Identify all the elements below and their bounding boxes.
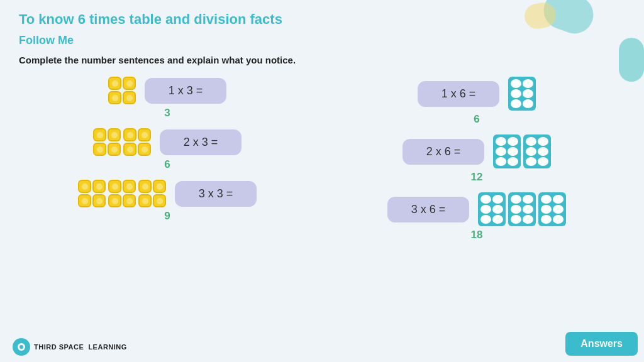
- domino-dot: [553, 215, 564, 224]
- left-column: 1 x 3 = 3: [19, 77, 316, 241]
- domino-dot: [508, 137, 518, 146]
- answer-3x6: 18: [471, 229, 483, 241]
- instruction-text: Complete the number sentences and explai…: [19, 55, 625, 65]
- cube-cell: [123, 128, 136, 141]
- domino-dot: [523, 89, 533, 98]
- follow-me-label[interactable]: Follow Me: [19, 34, 625, 47]
- domino-dot: [541, 205, 552, 214]
- cube-cell: [108, 91, 121, 104]
- domino-dot: [511, 89, 521, 98]
- domino-tile-3b: [508, 192, 536, 226]
- domino-tile-3c: [538, 192, 566, 226]
- domino-dot: [511, 79, 521, 88]
- cube-cell: [153, 194, 166, 207]
- cube-cell: [153, 180, 166, 193]
- domino-dot: [511, 215, 521, 224]
- footer-brand-text: THIRD SPACE LEARNING: [34, 343, 127, 351]
- footer-brand-name: THIRD SPACE: [34, 343, 84, 351]
- cube-group-2b: [123, 128, 151, 156]
- footer-brand-suffix: LEARNING: [88, 343, 126, 351]
- cube-cell: [108, 77, 121, 90]
- domino-dot: [492, 195, 503, 204]
- cubes-1: [108, 77, 136, 104]
- answers-button[interactable]: Answers: [565, 332, 638, 356]
- domino-dot: [523, 99, 533, 108]
- domino-dot: [511, 99, 521, 108]
- equation-box-3x3: 3 x 3 =: [175, 181, 257, 207]
- equation-box-2x6: 2 x 6 =: [402, 139, 484, 165]
- domino-dot: [526, 137, 536, 146]
- domino-dot: [480, 215, 491, 224]
- right-column: 1 x 6 = 6: [328, 77, 625, 241]
- domino-dot: [526, 157, 536, 166]
- equation-row-2x6: 2 x 6 =: [328, 134, 625, 184]
- cube-cell: [123, 180, 136, 193]
- equation-row-1x3: 1 x 3 = 3: [19, 77, 316, 119]
- cube-group-3b: [108, 180, 136, 207]
- cube-cell: [78, 180, 91, 193]
- domino-dot: [553, 195, 564, 204]
- equation-row-1x6: 1 x 6 = 6: [328, 77, 625, 126]
- cube-cell: [92, 194, 106, 207]
- domino-dot: [496, 147, 506, 156]
- cube-cell: [123, 77, 136, 90]
- domino-dot: [538, 157, 548, 166]
- cubes-2: [93, 128, 151, 156]
- domino-3x6: [478, 192, 566, 226]
- domino-dot: [541, 195, 552, 204]
- cube-group-3c: [138, 180, 166, 207]
- domino-tile-1: [508, 77, 536, 111]
- cube-cell: [123, 194, 136, 207]
- domino-dot: [523, 215, 533, 224]
- domino-dot: [523, 195, 533, 204]
- domino-dot: [496, 137, 506, 146]
- cube-cell: [108, 143, 121, 156]
- cube-cell: [78, 194, 91, 207]
- rocket-icon: [16, 342, 26, 352]
- cube-cell: [138, 128, 151, 141]
- answer-1x6: 6: [474, 113, 479, 126]
- equation-row-2x3: 2 x 3 = 6: [19, 128, 316, 171]
- answer-3x3: 9: [164, 210, 170, 222]
- equation-box-2x3: 2 x 3 =: [160, 129, 242, 155]
- cube-group-2a: [93, 128, 121, 156]
- cube-cell: [93, 128, 106, 141]
- logo: THIRD SPACE LEARNING: [13, 338, 127, 356]
- svg-point-1: [19, 345, 23, 349]
- domino-dot: [492, 205, 503, 214]
- blob-teal-right: [619, 38, 644, 82]
- cube-cell: [123, 143, 136, 156]
- domino-dot: [496, 157, 506, 166]
- equation-row-3x6: 3 x 6 =: [328, 192, 625, 241]
- equation-box-1x3: 1 x 3 =: [145, 78, 226, 104]
- domino-dot: [523, 79, 533, 88]
- equation-row-3x3: 3 x 3 = 9: [19, 180, 316, 222]
- cube-cell: [108, 194, 121, 207]
- domino-dot: [526, 147, 536, 156]
- cube-cell: [108, 128, 121, 141]
- equation-box-3x6: 3 x 6 =: [387, 197, 469, 222]
- cube-cell: [108, 180, 121, 193]
- domino-dot: [523, 205, 533, 214]
- domino-dot: [480, 205, 491, 214]
- domino-dot: [492, 215, 503, 224]
- domino-dot: [508, 157, 518, 166]
- cube-group-3a: [78, 180, 106, 207]
- domino-dot: [553, 205, 564, 214]
- content-area: 1 x 3 = 3: [19, 77, 625, 241]
- cube-cell: [123, 91, 136, 104]
- domino-dot: [538, 147, 548, 156]
- domino-tile-2b: [523, 134, 551, 168]
- domino-dot: [508, 147, 518, 156]
- cube-cell: [138, 180, 152, 193]
- cube-cell: [93, 143, 106, 156]
- logo-icon: [13, 338, 30, 356]
- cube-cell: [138, 143, 151, 156]
- domino-dot: [541, 215, 552, 224]
- domino-tile-2a: [493, 134, 521, 168]
- domino-dot: [538, 137, 548, 146]
- cube-cell: [92, 180, 106, 193]
- equation-box-1x6: 1 x 6 =: [418, 81, 499, 107]
- footer: THIRD SPACE LEARNING: [13, 338, 127, 356]
- domino-dot: [511, 195, 521, 204]
